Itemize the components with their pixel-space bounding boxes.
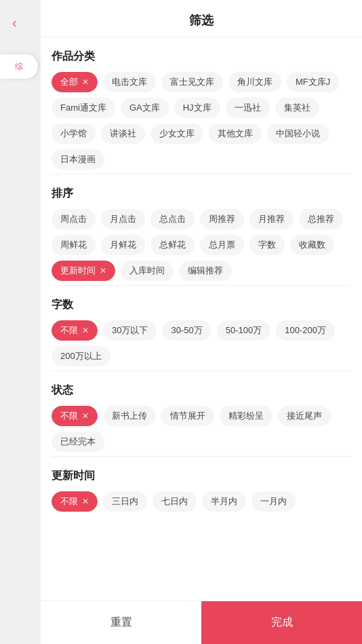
tag-updatetime-3[interactable]: 半月内 (202, 491, 246, 512)
tag-category-0[interactable]: 全部 ✕ (52, 72, 98, 92)
wordcount-title: 字数 (52, 298, 351, 312)
back-icon[interactable]: ‹ (12, 15, 17, 31)
tag-sort-2[interactable]: 总点击 (150, 209, 195, 229)
category-title: 作品分类 (52, 50, 351, 64)
sidebar-tab[interactable]: 综 (0, 54, 38, 79)
tag-sort-12[interactable]: 更新时间 ✕ (52, 261, 115, 281)
tag-label: 小学馆 (60, 128, 87, 140)
tag-updatetime-1[interactable]: 三日内 (103, 491, 147, 512)
sort-title: 排序 (52, 187, 351, 201)
tag-sort-14[interactable]: 编辑推荐 (179, 261, 232, 281)
tag-label: 收藏数 (299, 239, 325, 251)
tag-sort-1[interactable]: 月点击 (101, 209, 145, 229)
tag-wordcount-0[interactable]: 不限 ✕ (52, 320, 98, 341)
tag-category-9[interactable]: 集英社 (275, 98, 319, 118)
tag-sort-13[interactable]: 入库时间 (121, 261, 174, 281)
tag-label: HJ文库 (183, 102, 212, 114)
tag-sort-9[interactable]: 总月票 (200, 235, 244, 255)
tag-category-3[interactable]: 角川文库 (228, 72, 281, 92)
tag-close-icon[interactable]: ✕ (82, 497, 89, 506)
footer: 重置 完成 (41, 601, 362, 644)
divider-2 (52, 285, 351, 286)
reset-button[interactable]: 重置 (41, 601, 201, 644)
tag-status-2[interactable]: 情节展开 (161, 406, 214, 426)
tag-sort-0[interactable]: 周点击 (52, 209, 96, 229)
tag-category-8[interactable]: 一迅社 (226, 98, 270, 118)
tag-wordcount-5[interactable]: 200万以上 (52, 346, 110, 366)
main-panel: 筛选 作品分类 全部 ✕ 电击文库 富士见文库 角川文库 MF文库J Fami通… (41, 0, 362, 644)
confirm-button[interactable]: 完成 (201, 601, 362, 644)
tag-close-icon[interactable]: ✕ (82, 411, 89, 421)
tag-category-15[interactable]: 日本漫画 (52, 149, 104, 170)
tag-label: 30-50万 (171, 324, 202, 337)
updatetime-title: 更新时间 (52, 469, 351, 483)
tag-category-4[interactable]: MF文库J (287, 72, 339, 92)
tag-category-12[interactable]: 少女文库 (150, 124, 203, 144)
tag-close-icon[interactable]: ✕ (82, 326, 89, 335)
section-sort: 排序 周点击 月点击 总点击 周推荐 月推荐 总推荐 周鲜花 月鲜花 总鲜花 总… (52, 187, 351, 281)
tag-category-13[interactable]: 其他文库 (209, 124, 262, 144)
tag-sort-11[interactable]: 收藏数 (290, 235, 334, 255)
tag-wordcount-3[interactable]: 50-100万 (217, 320, 270, 341)
tag-updatetime-0[interactable]: 不限 ✕ (52, 491, 98, 512)
tag-updatetime-2[interactable]: 七日内 (153, 491, 197, 512)
page-header: 筛选 (41, 0, 362, 37)
tag-label: GA文库 (129, 102, 160, 114)
tag-label: 100-200万 (285, 324, 326, 337)
tag-close-icon[interactable]: ✕ (100, 266, 106, 276)
tag-sort-3[interactable]: 周推荐 (200, 209, 244, 229)
tag-wordcount-2[interactable]: 30-50万 (162, 320, 211, 341)
tag-sort-7[interactable]: 月鲜花 (101, 235, 145, 255)
sidebar-tab-label: 综 (15, 61, 23, 73)
sidebar: ‹ 综 (0, 0, 41, 644)
tag-status-4[interactable]: 接近尾声 (278, 406, 331, 426)
tag-category-10[interactable]: 小学馆 (52, 124, 96, 144)
tag-label: 更新时间 (60, 265, 96, 277)
tag-updatetime-4[interactable]: 一月内 (252, 491, 296, 512)
tag-status-1[interactable]: 新书上传 (103, 406, 156, 426)
tag-sort-8[interactable]: 总鲜花 (150, 235, 195, 255)
tag-label: 富士见文库 (170, 76, 214, 88)
sort-tags: 周点击 月点击 总点击 周推荐 月推荐 总推荐 周鲜花 月鲜花 总鲜花 总月票 … (52, 209, 351, 281)
tag-sort-4[interactable]: 月推荐 (249, 209, 294, 229)
tag-label: 不限 (60, 410, 78, 422)
tag-category-1[interactable]: 电击文库 (103, 72, 156, 92)
tag-label: MF文库J (296, 76, 330, 88)
tag-label: 200万以上 (60, 350, 102, 362)
tag-label: 总点击 (159, 213, 186, 225)
tag-status-3[interactable]: 精彩纷呈 (220, 406, 273, 426)
section-updatetime: 更新时间 不限 ✕ 三日内 七日内 半月内 一月内 (52, 469, 351, 512)
reset-label: 重置 (110, 615, 132, 630)
tag-sort-6[interactable]: 周鲜花 (52, 235, 96, 255)
wordcount-tags: 不限 ✕ 30万以下 30-50万 50-100万 100-200万 200万以… (52, 320, 351, 366)
tag-label: 周鲜花 (60, 239, 87, 251)
tag-category-6[interactable]: GA文库 (121, 98, 169, 118)
tag-label: 角川文库 (237, 76, 273, 88)
divider-1 (52, 174, 351, 174)
tag-label: 总推荐 (308, 213, 334, 225)
section-category: 作品分类 全部 ✕ 电击文库 富士见文库 角川文库 MF文库J Fami通文库 … (52, 50, 351, 170)
tag-label: 三日内 (112, 495, 138, 508)
tag-label: 全部 (60, 76, 78, 88)
divider-4 (52, 456, 351, 457)
tag-label: 少女文库 (159, 128, 195, 140)
tag-status-0[interactable]: 不限 ✕ (52, 406, 98, 426)
tag-label: 月点击 (110, 213, 136, 225)
tag-wordcount-4[interactable]: 100-200万 (276, 320, 335, 341)
tag-status-5[interactable]: 已经完本 (52, 432, 104, 452)
tag-close-icon[interactable]: ✕ (82, 77, 89, 87)
tag-category-7[interactable]: HJ文库 (174, 98, 220, 118)
tag-label: Fami通文库 (60, 102, 106, 114)
tag-label: 其他文库 (218, 128, 253, 140)
tag-label: 集英社 (284, 102, 310, 114)
tag-label: 电击文库 (112, 76, 147, 88)
tag-category-2[interactable]: 富士见文库 (161, 72, 223, 92)
tag-wordcount-1[interactable]: 30万以下 (103, 320, 157, 341)
tag-category-14[interactable]: 中国轻小说 (267, 124, 329, 144)
tag-category-11[interactable]: 讲谈社 (101, 124, 145, 144)
tag-label: 周点击 (60, 213, 87, 225)
tag-category-5[interactable]: Fami通文库 (52, 98, 115, 118)
tag-sort-10[interactable]: 字数 (249, 235, 285, 255)
tag-sort-5[interactable]: 总推荐 (299, 209, 343, 229)
tag-label: 30万以下 (112, 324, 148, 337)
